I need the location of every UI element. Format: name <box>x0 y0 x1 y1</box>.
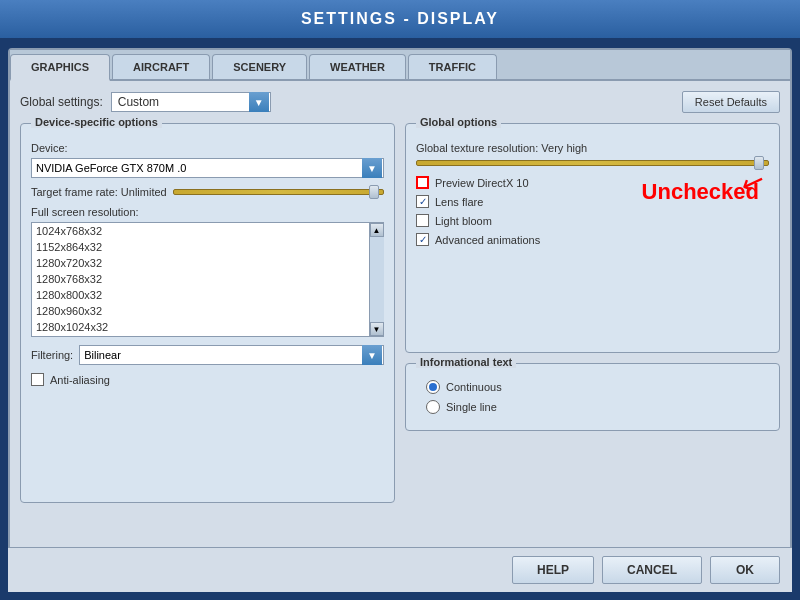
global-settings-dropdown-wrapper: Custom ▼ <box>111 92 271 112</box>
tab-weather[interactable]: WEATHER <box>309 54 406 79</box>
light-bloom-label: Light bloom <box>435 215 492 227</box>
informational-text-title: Informational text <box>416 356 516 368</box>
lens-flare-checkbox[interactable]: ✓ <box>416 195 429 208</box>
ok-button[interactable]: OK <box>710 556 780 584</box>
advanced-animations-checkbox[interactable]: ✓ <box>416 233 429 246</box>
resolution-item-2[interactable]: 1280x720x32 <box>32 255 369 271</box>
resolution-item-1[interactable]: 1152x864x32 <box>32 239 369 255</box>
preview-dx10-label: Preview DirectX 10 <box>435 177 529 189</box>
cancel-button[interactable]: CANCEL <box>602 556 702 584</box>
help-button[interactable]: HELP <box>512 556 594 584</box>
resolution-item-4[interactable]: 1280x800x32 <box>32 287 369 303</box>
continuous-radio[interactable] <box>426 380 440 394</box>
single-line-label: Single line <box>446 401 497 413</box>
device-options-title: Device-specific options <box>31 116 162 128</box>
single-line-radio[interactable] <box>426 400 440 414</box>
filtering-label: Filtering: <box>31 349 73 361</box>
target-frame-thumb <box>369 185 379 199</box>
target-frame-slider[interactable] <box>173 189 384 195</box>
texture-slider[interactable] <box>416 160 769 166</box>
resolution-item-0[interactable]: 1024x768x32 <box>32 223 369 239</box>
device-dropdown[interactable]: NVIDIA GeForce GTX 870M .0 <box>31 158 384 178</box>
tab-graphics[interactable]: GRAPHICS <box>10 54 110 81</box>
full-screen-label: Full screen resolution: <box>31 206 384 218</box>
reset-defaults-button[interactable]: Reset Defaults <box>682 91 780 113</box>
scroll-up-btn[interactable]: ▲ <box>370 223 384 237</box>
global-settings-label: Global settings: <box>20 95 103 109</box>
anti-aliasing-label: Anti-aliasing <box>50 374 110 386</box>
resolution-item-5[interactable]: 1280x960x32 <box>32 303 369 319</box>
resolution-item-7[interactable]: 1360x768x32 <box>32 335 369 336</box>
continuous-label: Continuous <box>446 381 502 393</box>
scroll-down-btn[interactable]: ▼ <box>370 322 384 336</box>
device-dropdown-wrapper: NVIDIA GeForce GTX 870M .0 ▼ <box>31 158 384 178</box>
tab-traffic[interactable]: TRAFFIC <box>408 54 497 79</box>
tab-aircraft[interactable]: AIRCRAFT <box>112 54 210 79</box>
lens-flare-label: Lens flare <box>435 196 483 208</box>
preview-dx10-checkbox[interactable] <box>416 176 429 189</box>
device-label: Device: <box>31 142 384 154</box>
anti-aliasing-checkbox[interactable] <box>31 373 44 386</box>
tab-scenery[interactable]: SCENERY <box>212 54 307 79</box>
resolution-item-6[interactable]: 1280x1024x32 <box>32 319 369 335</box>
target-frame-label: Target frame rate: Unlimited <box>31 186 167 198</box>
filtering-dropdown-wrapper: Bilinear ▼ <box>79 345 384 365</box>
advanced-animations-label: Advanced animations <box>435 234 540 246</box>
scroll-track <box>370 237 384 322</box>
filtering-dropdown[interactable]: Bilinear <box>79 345 384 365</box>
resolution-scrollbar[interactable]: ▲ ▼ <box>369 223 383 336</box>
global-settings-dropdown[interactable]: Custom <box>111 92 271 112</box>
global-options-title: Global options <box>416 116 501 128</box>
resolution-item-3[interactable]: 1280x768x32 <box>32 271 369 287</box>
window-title: SETTINGS - DISPLAY <box>301 10 499 27</box>
light-bloom-checkbox[interactable] <box>416 214 429 227</box>
global-texture-label: Global texture resolution: Very high <box>416 142 769 154</box>
bottom-bar: HELP CANCEL OK <box>8 547 792 592</box>
